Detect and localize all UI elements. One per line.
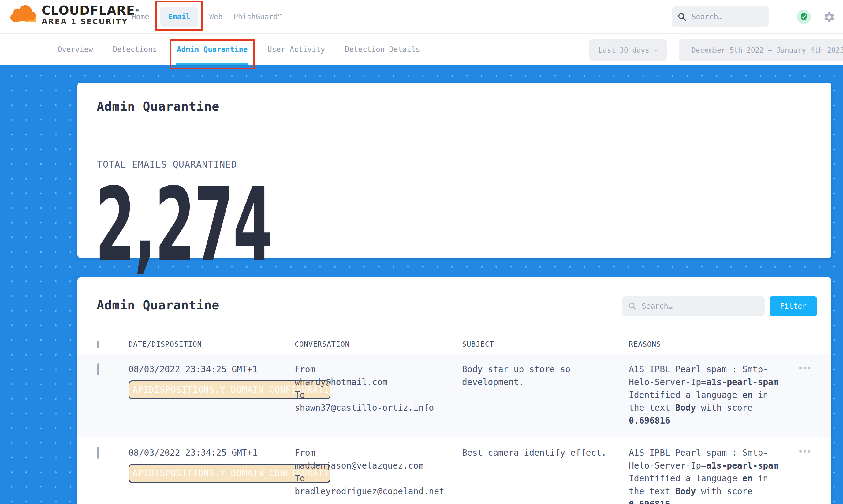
conversation-cell: From whardy@hotmail.com To shawn37@casti… bbox=[295, 363, 462, 427]
reasons-cell: A1S IPBL Pearl spam : Smtp-Helo-Server-I… bbox=[629, 447, 795, 504]
to-address: bradleyrodriguez@copeland.net bbox=[295, 485, 462, 498]
search-icon bbox=[628, 302, 637, 310]
summary-card-title: Admin Quarantine bbox=[97, 100, 219, 113]
date-range-value[interactable]: December 5th 2022 — January 4th 2023 bbox=[679, 39, 843, 61]
subject-cell: Body star up store so development. bbox=[462, 363, 629, 427]
subject-line: Body star up store so bbox=[462, 363, 629, 376]
brand-subtitle: AREA 1 SECURITY bbox=[41, 17, 140, 26]
subject-line: Best camera identify effect. bbox=[462, 447, 629, 460]
from-address: maddenjason@velazquez.com bbox=[295, 460, 462, 472]
quarantine-table: DATE/DISPOSITION CONVERSATION SUBJECT RE… bbox=[77, 335, 831, 504]
nav-item-home[interactable]: Home bbox=[131, 13, 149, 21]
to-address: shawn37@castillo-ortiz.info bbox=[295, 401, 462, 414]
cloudflare-logo[interactable]: CLOUDFLARE® AREA 1 SECURITY bbox=[9, 4, 140, 26]
col-date-disposition: DATE/DISPOSITION bbox=[128, 340, 295, 349]
from-label: From bbox=[295, 447, 462, 460]
shield-check-icon[interactable] bbox=[797, 10, 811, 24]
tab-detections[interactable]: Detections bbox=[113, 34, 157, 65]
brand-name: CLOUDFLARE® bbox=[41, 4, 140, 17]
date-disposition-cell: 08/03/2022 23:34:25 GMT+1 APIDISPOSITION… bbox=[128, 363, 295, 427]
gear-icon[interactable] bbox=[823, 11, 835, 23]
to-label: To bbox=[295, 389, 462, 401]
global-search[interactable] bbox=[672, 6, 769, 27]
date-range-dropdown-label: Last 30 days bbox=[598, 46, 649, 54]
cloudflare-cloud-icon bbox=[9, 5, 37, 25]
row-actions-menu-icon[interactable] bbox=[799, 450, 813, 453]
table-card-title: Admin Quarantine bbox=[97, 298, 219, 312]
date-range-dropdown[interactable]: Last 30 days ▾ bbox=[589, 39, 667, 61]
global-search-input[interactable] bbox=[691, 13, 759, 21]
email-tabs: Overview Detections Admin Quarantine Use… bbox=[57, 34, 420, 65]
summary-card: Admin Quarantine TOTAL EMAILS QUARANTINE… bbox=[77, 83, 831, 258]
metric-value: 2,274 bbox=[95, 174, 272, 275]
nav-item-email-active[interactable]: Email bbox=[160, 7, 198, 27]
table-search[interactable] bbox=[622, 296, 765, 316]
reasons-cell: A1S IPBL Pearl spam : Smtp-Helo-Server-I… bbox=[629, 363, 795, 427]
quarantine-table-card: Admin Quarantine Filter DATE/DISPOSITION… bbox=[77, 277, 831, 504]
to-label: To bbox=[295, 472, 462, 485]
dotted-background: Admin Quarantine TOTAL EMAILS QUARANTINE… bbox=[0, 65, 843, 504]
date-disposition-cell: 08/03/2022 23:34:25 GMT+1 APIDISPOSITION… bbox=[128, 447, 295, 504]
tab-admin-quarantine[interactable]: Admin Quarantine bbox=[177, 34, 248, 65]
main-nav: Home Email Web PhishGuard™ bbox=[131, 0, 282, 34]
filter-button[interactable]: Filter bbox=[770, 296, 817, 316]
date-range-text: December 5th 2022 — January 4th 2023 bbox=[691, 46, 843, 54]
top-header: CLOUDFLARE® AREA 1 SECURITY Home Email W… bbox=[0, 0, 843, 34]
row-checkbox[interactable] bbox=[97, 363, 99, 375]
row-checkbox[interactable] bbox=[97, 447, 99, 459]
tab-overview[interactable]: Overview bbox=[57, 34, 93, 65]
nav-item-phishguard[interactable]: PhishGuard™ bbox=[233, 13, 282, 21]
nav-item-email-label: Email bbox=[168, 13, 190, 21]
row-actions-menu-icon[interactable] bbox=[799, 367, 813, 369]
col-reasons: REASONS bbox=[629, 340, 795, 349]
table-row: 08/03/2022 23:34:25 GMT+1 APIDISPOSITION… bbox=[77, 354, 831, 437]
chevron-down-icon: ▾ bbox=[654, 47, 657, 54]
select-all-checkbox[interactable] bbox=[97, 341, 99, 348]
col-subject: SUBJECT bbox=[462, 340, 629, 349]
from-address: whardy@hotmail.com bbox=[295, 376, 462, 389]
from-label: From bbox=[295, 363, 462, 376]
row-date: 08/03/2022 23:34:25 GMT+1 bbox=[128, 447, 295, 460]
sub-nav: Overview Detections Admin Quarantine Use… bbox=[0, 34, 843, 65]
conversation-cell: From maddenjason@velazquez.com To bradle… bbox=[295, 447, 462, 504]
tab-detection-details[interactable]: Detection Details bbox=[345, 34, 420, 65]
subject-line: development. bbox=[462, 376, 629, 389]
col-conversation: CONVERSATION bbox=[295, 340, 462, 349]
row-date: 08/03/2022 23:34:25 GMT+1 bbox=[128, 363, 295, 376]
subject-cell: Best camera identify effect. bbox=[462, 447, 629, 504]
tab-user-activity[interactable]: User Activity bbox=[267, 34, 325, 65]
search-icon bbox=[678, 12, 687, 21]
table-header-row: DATE/DISPOSITION CONVERSATION SUBJECT RE… bbox=[77, 335, 831, 354]
table-search-input[interactable] bbox=[642, 302, 752, 310]
nav-item-web[interactable]: Web bbox=[209, 13, 223, 21]
page: CLOUDFLARE® AREA 1 SECURITY Home Email W… bbox=[0, 0, 843, 504]
table-row: 08/03/2022 23:34:25 GMT+1 APIDISPOSITION… bbox=[77, 437, 831, 504]
